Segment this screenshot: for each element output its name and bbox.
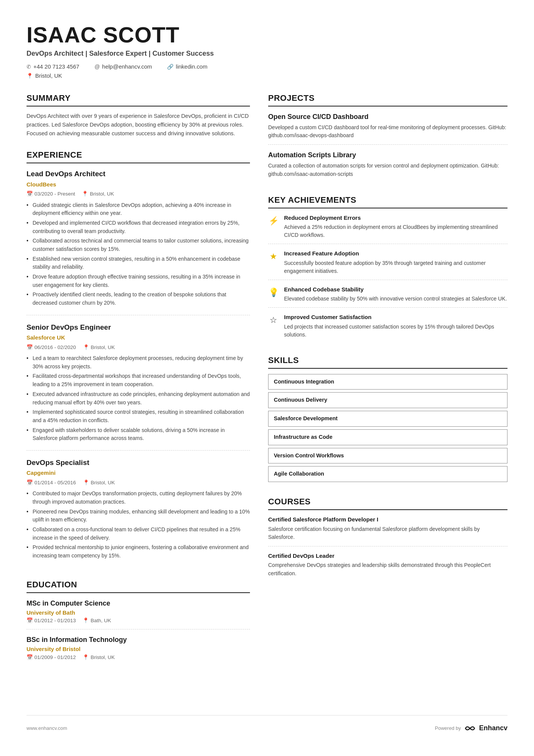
job-date-1: 📅 03/2020 - Present	[27, 190, 75, 198]
bullet-3-3: Collaborated on a cross-functional team …	[27, 526, 250, 542]
job-location-2: 📍 Bristol, UK	[83, 344, 115, 351]
achievements-section: KEY ACHIEVEMENTS ⚡ Reduced Deployment Er…	[268, 194, 507, 343]
achievement-title-2: Increased Feature Adoption	[284, 249, 507, 258]
bullet-3-2: Pioneered new DevOps training modules, e…	[27, 508, 250, 524]
footer-website: www.enhancv.com	[27, 725, 67, 732]
course-desc-1: Salesforce certification focusing on fun…	[268, 525, 507, 542]
courses-section: COURSES Certified Salesforce Platform De…	[268, 495, 507, 582]
bullet-1-3: Collaborated across technical and commer…	[27, 237, 250, 253]
header-section: ISAAC SCOTT DevOps Architect | Salesforc…	[27, 23, 507, 81]
job-location-3: 📍 Bristol, UK	[83, 479, 115, 487]
summary-section: SUMMARY DevOps Architect with over 9 yea…	[27, 92, 250, 138]
edu-degree-1: MSc in Computer Science	[27, 598, 250, 609]
phone-contact: ✆ +44 20 7123 4567	[27, 63, 79, 71]
achievement-title-1: Reduced Deployment Errors	[284, 214, 507, 222]
bullet-2-3: Executed advanced infrastructure as code…	[27, 390, 250, 407]
contact-row-2: 📍 Bristol, UK	[27, 72, 507, 80]
achievement-desc-3: Elevated codebase stability by 50% with …	[284, 295, 507, 303]
calendar-icon-3: 📅	[27, 479, 33, 487]
company-name-2: Salesforce UK	[27, 333, 250, 342]
project-desc-1: Developed a custom CI/CD dashboard tool …	[268, 124, 507, 140]
project-entry-1: Open Source CI/CD Dashboard Developed a …	[268, 112, 507, 145]
project-title-1: Open Source CI/CD Dashboard	[268, 112, 507, 122]
job-title-3: DevOps Specialist	[27, 457, 250, 468]
skill-item-3: Salesforce Development	[268, 411, 507, 427]
project-desc-2: Curated a collection of automation scrip…	[268, 162, 507, 178]
footer: www.enhancv.com Powered by Enhancv	[27, 715, 507, 733]
bullet-2-1: Led a team to rearchitect Salesforce dep…	[27, 354, 250, 371]
location-contact: 📍 Bristol, UK	[27, 72, 62, 80]
course-entry-2: Certified DevOps Leader Comprehensive De…	[268, 552, 507, 582]
experience-section: EXPERIENCE Lead DevOps Architect CloudBe…	[27, 149, 250, 567]
skills-section: SKILLS Continuous Integration Continuous…	[268, 354, 507, 485]
calendar-icon-2: 📅	[27, 344, 33, 351]
skills-title: SKILLS	[268, 354, 507, 369]
education-title: EDUCATION	[27, 578, 250, 593]
skill-item-5: Version Control Workflows	[268, 448, 507, 464]
job-entry-2: Senior DevOps Engineer Salesforce UK 📅 0…	[27, 322, 250, 451]
job-date-3: 📅 01/2014 - 05/2016	[27, 479, 76, 487]
company-name-1: CloudBees	[27, 180, 250, 189]
enhancv-brand-name: Enhancv	[479, 723, 507, 733]
job-meta-2: 📅 06/2016 - 02/2020 📍 Bristol, UK	[27, 344, 250, 351]
achievement-entry-4: ☆ Improved Customer Satisfaction Led pro…	[268, 313, 507, 343]
email-icon: @	[94, 63, 100, 71]
linkedin-value: linkedin.com	[176, 63, 207, 71]
summary-title: SUMMARY	[27, 92, 250, 106]
bullet-2-5: Engaged with stakeholders to deliver sca…	[27, 426, 250, 443]
candidate-name: ISAAC SCOTT	[27, 23, 507, 47]
skill-item-1: Continuous Integration	[268, 374, 507, 390]
job-title-1: Lead DevOps Architect	[27, 169, 250, 180]
achievement-content-1: Reduced Deployment Errors Achieved a 25%…	[284, 214, 507, 239]
bullet-1-1: Guided strategic clients in Salesforce D…	[27, 201, 250, 218]
edu-date-1: 📅 01/2012 - 01/2013	[27, 617, 76, 625]
footer-brand: Powered by Enhancv	[435, 723, 507, 733]
phone-icon: ✆	[27, 63, 31, 71]
email-contact: @ help@enhancv.com	[94, 63, 152, 71]
achievement-icon-1: ⚡	[268, 214, 279, 227]
education-section: EDUCATION MSc in Computer Science Univer…	[27, 578, 250, 666]
summary-text: DevOps Architect with over 9 years of ex…	[27, 112, 250, 138]
courses-title: COURSES	[268, 495, 507, 510]
edu-cal-icon-1: 📅	[27, 618, 33, 623]
achievement-entry-2: ★ Increased Feature Adoption Successfull…	[268, 249, 507, 280]
achievement-entry-3: 💡 Enhanced Codebase Stability Elevated c…	[268, 285, 507, 308]
job-bullets-3: Contributed to major DevOps transformati…	[27, 490, 250, 560]
achievement-desc-1: Achieved a 25% reduction in deployment e…	[284, 223, 507, 239]
phone-value: +44 20 7123 4567	[33, 63, 79, 71]
enhancv-logo-icon	[464, 725, 476, 732]
course-title-1: Certified Salesforce Platform Developer …	[268, 515, 507, 524]
edu-loc-icon-2: 📍	[83, 654, 89, 660]
bullet-3-1: Contributed to major DevOps transformati…	[27, 490, 250, 506]
edu-loc-icon-1: 📍	[83, 618, 89, 623]
achievement-content-3: Enhanced Codebase Stability Elevated cod…	[284, 285, 507, 303]
achievement-icon-2: ★	[268, 250, 279, 263]
achievement-icon-3: 💡	[268, 286, 279, 299]
job-date-2: 📅 06/2016 - 02/2020	[27, 344, 76, 351]
edu-degree-2: BSc in Information Technology	[27, 635, 250, 645]
achievement-entry-1: ⚡ Reduced Deployment Errors Achieved a 2…	[268, 214, 507, 244]
skill-item-2: Continuous Delivery	[268, 392, 507, 408]
achievement-title-3: Enhanced Codebase Stability	[284, 285, 507, 294]
job-bullets-1: Guided strategic clients in Salesforce D…	[27, 201, 250, 307]
job-title-2: Senior DevOps Engineer	[27, 322, 250, 333]
location-value: Bristol, UK	[35, 72, 62, 80]
edu-date-2: 📅 01/2009 - 01/2012	[27, 654, 76, 661]
skill-item-6: Agile Collaboration	[268, 466, 507, 482]
achievement-desc-2: Successfully boosted feature adoption by…	[284, 259, 507, 275]
edu-cal-icon-2: 📅	[27, 654, 33, 660]
projects-title: PROJECTS	[268, 92, 507, 106]
contact-row-1: ✆ +44 20 7123 4567 @ help@enhancv.com 🔗 …	[27, 63, 507, 71]
edu-entry-1: MSc in Computer Science University of Ba…	[27, 598, 250, 630]
resume-page: ISAAC SCOTT DevOps Architect | Salesforc…	[0, 0, 534, 756]
project-entry-2: Automation Scripts Library Curated a col…	[268, 150, 507, 183]
job-entry-3: DevOps Specialist Capgemini 📅 01/2014 - …	[27, 457, 250, 568]
projects-section: PROJECTS Open Source CI/CD Dashboard Dev…	[268, 92, 507, 183]
location-icon: 📍	[27, 72, 33, 80]
course-entry-1: Certified Salesforce Platform Developer …	[268, 515, 507, 546]
right-column: PROJECTS Open Source CI/CD Dashboard Dev…	[268, 92, 507, 707]
achievement-desc-4: Led projects that increased customer sat…	[284, 323, 507, 339]
edu-loc-1: 📍 Bath, UK	[83, 617, 111, 625]
job-bullets-2: Led a team to rearchitect Salesforce dep…	[27, 354, 250, 443]
main-content: SUMMARY DevOps Architect with over 9 yea…	[27, 92, 507, 707]
